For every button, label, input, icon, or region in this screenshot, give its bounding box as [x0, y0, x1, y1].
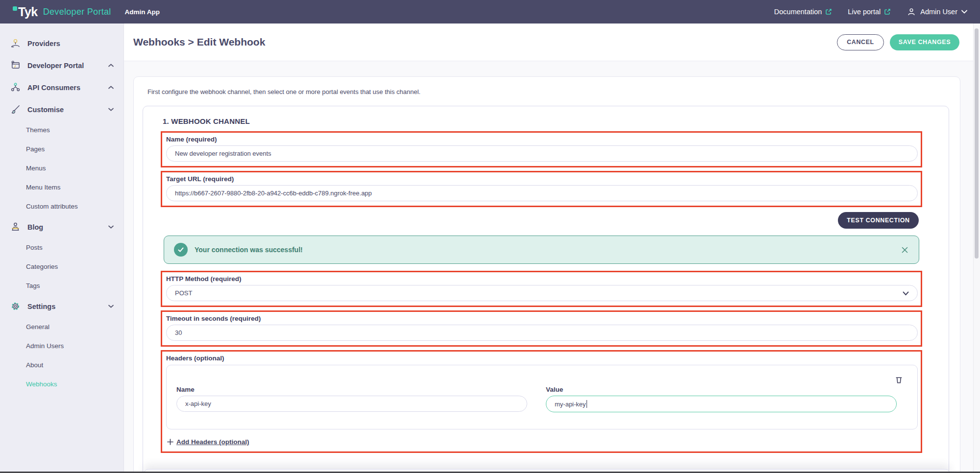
app-label: Admin App — [125, 8, 160, 16]
http-method-select[interactable]: POST — [166, 285, 918, 301]
api-consumers-icon — [10, 82, 21, 93]
tyk-logo[interactable]: Tyk Developer Portal — [13, 5, 111, 19]
chevron-down-icon — [903, 291, 909, 296]
sidebar-item-tags[interactable]: Tags — [0, 276, 123, 295]
success-alert: Your connection was successful! — [164, 236, 919, 264]
customise-icon — [10, 104, 21, 115]
sidebar-item-pages[interactable]: Pages — [0, 140, 123, 159]
annotation-box-http-method: HTTP Method (required) POST — [161, 271, 922, 307]
sidebar: Providers Developer Portal — [0, 24, 124, 473]
product-name: Developer Portal — [43, 7, 111, 17]
chevron-down-icon — [108, 108, 114, 111]
annotation-box-headers: Headers (optional) Name Value — [161, 350, 922, 453]
chevron-down-icon — [108, 305, 114, 308]
webhook-channel-section: 1. WEBHOOK CHANNEL Name (required) Targe… — [143, 106, 949, 473]
annotation-box-timeout: Timeout in seconds (required) — [161, 310, 922, 347]
webhook-form-card: First configure the webhook channel, the… — [133, 76, 960, 473]
http-method-label: HTTP Method (required) — [166, 275, 918, 283]
sidebar-item-about[interactable]: About — [0, 355, 123, 375]
sidebar-item-admin-users[interactable]: Admin Users — [0, 336, 123, 355]
check-circle-icon — [174, 243, 188, 257]
sidebar-item-custom-attributes[interactable]: Custom attributes — [0, 197, 123, 216]
sidebar-item-blog[interactable]: Blog — [0, 216, 123, 238]
scrollbar-track[interactable] — [973, 24, 980, 473]
sidebar-item-settings[interactable]: Settings — [0, 295, 123, 317]
sidebar-item-customise[interactable]: Customise — [0, 98, 123, 120]
app-window: Tyk Developer Portal Admin App Documenta… — [0, 0, 980, 473]
sidebar-item-menus[interactable]: Menus — [0, 159, 123, 178]
test-connection-row: TEST CONNECTION — [161, 212, 919, 229]
documentation-link-label: Documentation — [774, 8, 822, 16]
sidebar-item-menu-items[interactable]: Menu Items — [0, 178, 123, 197]
save-changes-button[interactable]: SAVE CHANGES — [890, 34, 959, 50]
header-buttons: CANCEL SAVE CHANGES — [837, 34, 959, 50]
chevron-up-icon — [108, 64, 114, 67]
sidebar-item-label: Blog — [27, 223, 102, 231]
tyk-logo-text: Tyk — [18, 5, 38, 19]
header-name-label: Name — [176, 386, 527, 393]
live-portal-link-label: Live portal — [848, 8, 881, 16]
headers-label: Headers (optional) — [166, 355, 918, 362]
tyk-logo-square-icon — [13, 6, 17, 11]
test-connection-button[interactable]: TEST CONNECTION — [838, 212, 919, 229]
target-url-label: Target URL (required) — [166, 175, 918, 183]
target-url-input[interactable] — [166, 185, 918, 201]
sidebar-item-themes[interactable]: Themes — [0, 120, 123, 140]
chevron-up-icon — [108, 86, 114, 89]
topbar-right: Documentation Live portal — [774, 7, 967, 17]
header-value-column: Value my-api-key — [546, 386, 897, 412]
close-icon[interactable] — [900, 245, 909, 254]
sidebar-item-posts[interactable]: Posts — [0, 238, 123, 257]
text-cursor — [587, 400, 588, 408]
chevron-down-icon — [108, 225, 114, 229]
http-method-value: POST — [175, 289, 192, 297]
developer-portal-icon — [10, 60, 21, 71]
timeout-label: Timeout in seconds (required) — [166, 315, 918, 322]
sidebar-item-label: Customise — [27, 106, 102, 114]
sidebar-item-categories[interactable]: Categories — [0, 257, 123, 276]
topbar: Tyk Developer Portal Admin App Documenta… — [0, 0, 980, 24]
name-label: Name (required) — [166, 136, 918, 143]
sidebar-item-providers[interactable]: Providers — [0, 32, 123, 54]
blog-icon — [10, 221, 21, 233]
header-name-input[interactable] — [176, 396, 527, 412]
sidebar-item-general[interactable]: General — [0, 317, 123, 336]
intro-text: First configure the webhook channel, the… — [147, 88, 960, 95]
headers-row: Name Value my-api-key — [166, 365, 918, 429]
user-menu[interactable]: Admin User — [906, 7, 967, 17]
sidebar-item-label: Providers — [27, 40, 114, 47]
sidebar-item-label: Settings — [27, 303, 102, 310]
success-alert-message: Your connection was successful! — [195, 246, 303, 254]
external-link-icon — [884, 8, 891, 15]
cancel-button[interactable]: CANCEL — [837, 34, 884, 50]
documentation-link[interactable]: Documentation — [774, 8, 833, 16]
sidebar-item-api-consumers[interactable]: API Consumers — [0, 76, 123, 98]
user-icon — [906, 7, 916, 17]
external-link-icon — [825, 8, 832, 15]
name-input[interactable] — [166, 145, 918, 162]
live-portal-link[interactable]: Live portal — [848, 8, 891, 16]
chevron-down-icon — [961, 10, 967, 14]
plus-icon — [167, 439, 173, 445]
sidebar-item-developer-portal[interactable]: Developer Portal — [0, 54, 123, 76]
breadcrumb: Webhooks > Edit Webhook — [133, 36, 265, 48]
section-title: 1. WEBHOOK CHANNEL — [163, 117, 922, 125]
annotation-box-name: Name (required) — [161, 131, 922, 167]
scrollbar-thumb[interactable] — [975, 28, 979, 259]
add-headers-label: Add Headers (optional) — [176, 438, 249, 446]
page-header: Webhooks > Edit Webhook CANCEL SAVE CHAN… — [124, 24, 980, 61]
content-area: First configure the webhook channel, the… — [124, 61, 980, 473]
sidebar-item-webhooks[interactable]: Webhooks — [0, 375, 123, 394]
settings-icon — [10, 301, 21, 312]
trash-icon[interactable] — [894, 375, 904, 385]
providers-icon — [10, 38, 21, 49]
header-name-column: Name — [176, 386, 527, 412]
annotation-box-target-url: Target URL (required) — [161, 171, 922, 207]
header-value-input[interactable]: my-api-key — [546, 396, 897, 412]
timeout-input[interactable] — [166, 325, 918, 341]
add-headers-link[interactable]: Add Headers (optional) — [167, 438, 249, 446]
sidebar-item-label: API Consumers — [27, 84, 102, 92]
sidebar-item-label: Developer Portal — [27, 62, 102, 70]
user-name: Admin User — [920, 8, 957, 16]
header-value-label: Value — [546, 386, 897, 393]
